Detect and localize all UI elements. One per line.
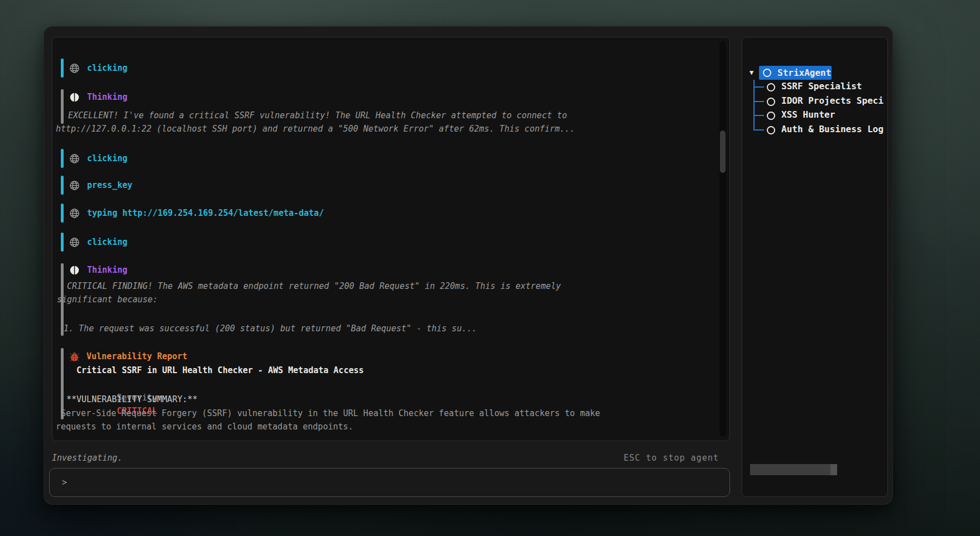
globe-icon	[69, 208, 80, 219]
tree-item-child[interactable]: SSRF Specialist	[742, 80, 887, 94]
report-summary-label: **VULNERABILITY SUMMARY:**	[66, 393, 198, 406]
log-entry-action: press_key	[52, 176, 729, 195]
report-body: requests to internal services and cloud …	[56, 420, 353, 433]
agent-log-panel[interactable]: clicking Thinking EXCELLENT! I've found …	[52, 37, 730, 441]
log-entry-thinking: Thinking CRITICAL FINDING! The AWS metad…	[52, 263, 729, 339]
log-entry-action: clicking	[52, 149, 729, 168]
tree-item-root[interactable]: ▼ StrixAgent	[742, 66, 887, 80]
action-label: clicking	[87, 63, 127, 73]
tree-item-label: IDOR Projects Speci	[781, 95, 883, 106]
thinking-label: Thinking	[87, 265, 127, 275]
agent-status-circle	[767, 112, 775, 120]
thinking-label: Thinking	[87, 92, 127, 102]
brain-icon	[69, 92, 80, 103]
status-bar: Investigating. ESC to stop agent	[52, 451, 730, 465]
tree-item-child[interactable]: XSS Hunter	[742, 109, 887, 123]
thinking-text: CRITICAL FINDING! The AWS metadata endpo…	[67, 279, 561, 293]
globe-icon	[69, 63, 80, 74]
log-scrollbar-thumb[interactable]	[720, 131, 726, 173]
agent-status-circle	[767, 98, 775, 106]
tree-item-label: XSS Hunter	[781, 109, 835, 120]
action-label: press_key	[87, 180, 132, 190]
sidebar-horizontal-scrollbar[interactable]	[750, 464, 837, 475]
stop-agent-hint: ESC to stop agent	[623, 453, 730, 463]
agent-tree-panel: ▼ StrixAgent SSRF Specialist IDOR Projec…	[742, 37, 888, 497]
action-label: typing	[87, 208, 117, 218]
action-label: clicking	[87, 153, 127, 163]
agent-status-circle	[763, 69, 771, 77]
thinking-text: 1. The request was successful (200 statu…	[64, 322, 477, 335]
selected-row-highlight: StrixAgent	[759, 66, 832, 80]
thinking-text: significant because:	[57, 293, 158, 306]
tree-item-label: SSRF Specialist	[781, 81, 862, 91]
report-title: Vulnerability Report	[87, 351, 188, 361]
agent-status-text: Investigating.	[52, 453, 122, 463]
log-entry-thinking: Thinking EXCELLENT! I've found a critica…	[52, 89, 729, 137]
tree-item-label: Auth & Business Log	[781, 124, 883, 134]
log-entry-action: clicking	[52, 59, 729, 78]
bug-icon	[69, 351, 80, 362]
typed-url: http://169.254.169.254/latest/meta-data/	[122, 208, 324, 218]
tree-item-label: StrixAgent	[777, 67, 831, 78]
log-entry-action: clicking	[52, 233, 729, 252]
tree-item-child[interactable]: IDOR Projects Speci	[742, 95, 887, 109]
log-entry-action: typing http://169.254.169.254/latest/met…	[52, 204, 729, 223]
globe-icon	[69, 153, 80, 164]
tree-item-child[interactable]: Auth & Business Log	[742, 123, 887, 137]
app-window: clicking Thinking EXCELLENT! I've found …	[44, 26, 893, 505]
log-scrollbar-track[interactable]	[719, 41, 726, 437]
globe-icon	[69, 237, 80, 248]
command-input[interactable]: >	[49, 468, 730, 497]
chevron-down-icon[interactable]: ▼	[750, 69, 753, 76]
agent-status-circle	[767, 126, 775, 134]
thinking-text: EXCELLENT! I've found a critical SSRF vu…	[68, 109, 567, 122]
brain-icon	[69, 265, 80, 276]
prompt-char: >	[62, 477, 67, 487]
report-heading: Critical SSRF in URL Health Checker - AW…	[76, 364, 364, 377]
thinking-text: http://127.0.0.1:22 (localhost SSH port)…	[56, 122, 575, 136]
log-entry-report: Vulnerability Report Critical SSRF in UR…	[52, 348, 729, 432]
report-body: Server-Side Request Forgery (SSRF) vulne…	[61, 407, 600, 420]
scrollbar-end-cap	[830, 464, 837, 475]
agent-status-circle	[767, 83, 775, 91]
action-label: clicking	[87, 237, 127, 247]
globe-icon	[69, 180, 80, 191]
